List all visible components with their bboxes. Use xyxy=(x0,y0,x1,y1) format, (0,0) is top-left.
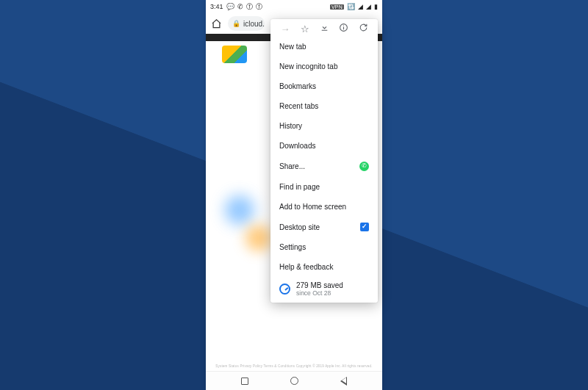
recents-button[interactable] xyxy=(234,378,256,385)
page-footer-text: System Status Privacy Policy Terms & Con… xyxy=(206,363,382,371)
menu-item-help-feedback[interactable]: Help & feedback xyxy=(270,257,378,277)
whatsapp-status-icon: ✆ xyxy=(237,4,243,10)
whatsapp-icon: ✆ xyxy=(359,162,369,171)
vpn-badge: VPN xyxy=(330,4,344,10)
blurred-icon-2 xyxy=(245,225,272,251)
messenger-icon: 💬 xyxy=(226,4,234,10)
lock-icon: 🔒 xyxy=(232,20,240,27)
battery-icon: ▮ xyxy=(374,4,378,10)
menu-item-find-in-page[interactable]: Find in page xyxy=(270,177,378,197)
back-button[interactable] xyxy=(333,377,355,386)
url-chip[interactable]: 🔒 icloud.c xyxy=(228,16,265,31)
dnd-icon: 🔃 xyxy=(347,4,355,10)
menu-item-new-tab[interactable]: New tab xyxy=(270,37,378,57)
data-saved-since: since Oct 28 xyxy=(296,289,343,297)
forward-icon[interactable]: → xyxy=(278,24,293,35)
menu-item-history[interactable]: History xyxy=(270,116,378,136)
blurred-icon-1 xyxy=(225,195,254,225)
facebook-status-icon-2: ⓕ xyxy=(256,2,262,12)
desktop-site-checkbox[interactable]: ✓ xyxy=(360,223,369,231)
bookmark-star-icon[interactable]: ☆ xyxy=(298,24,312,35)
menu-data-saved[interactable]: 279 MB saved since Oct 28 xyxy=(270,277,378,300)
signal-icon-2: ◢ xyxy=(366,3,371,10)
home-icon[interactable] xyxy=(209,16,223,31)
facebook-status-icon: ⓕ xyxy=(246,4,253,10)
home-button[interactable] xyxy=(283,377,305,385)
menu-item-downloads[interactable]: Downloads xyxy=(270,136,378,156)
menu-icon-row: → ☆ xyxy=(270,19,378,37)
menu-item-add-to-home-screen[interactable]: Add to Home screen xyxy=(270,197,378,217)
status-bar: 3:41 💬 ✆ ⓕ ⓕ VPN 🔃 ◢ ◢ ▮ xyxy=(206,0,382,13)
data-saved-amount: 279 MB saved xyxy=(296,281,343,289)
menu-item-bookmarks[interactable]: Bookmarks xyxy=(270,76,378,96)
url-text: icloud.c xyxy=(243,20,265,28)
svg-point-2 xyxy=(343,25,344,26)
info-icon[interactable] xyxy=(337,23,351,35)
menu-item-new-incognito-tab[interactable]: New incognito tab xyxy=(270,57,378,76)
reload-icon[interactable] xyxy=(356,23,370,35)
download-icon[interactable] xyxy=(317,23,331,35)
chrome-overflow-menu: → ☆ New tab New incognito tab Bookmarks … xyxy=(270,19,378,303)
android-nav-bar xyxy=(206,371,382,390)
signal-icon: ◢ xyxy=(358,4,363,10)
data-saver-icon xyxy=(279,284,290,295)
menu-item-settings[interactable]: Settings xyxy=(270,237,378,257)
pages-app-icon xyxy=(222,46,247,63)
menu-item-recent-tabs[interactable]: Recent tabs xyxy=(270,96,378,116)
menu-item-share[interactable]: Share... ✆ xyxy=(270,156,378,177)
phone-frame: 3:41 💬 ✆ ⓕ ⓕ VPN 🔃 ◢ ◢ ▮ 🔒 icloud.c Syst… xyxy=(206,0,382,390)
menu-item-desktop-site[interactable]: Desktop site ✓ xyxy=(270,217,378,237)
status-time: 3:41 xyxy=(210,3,223,10)
